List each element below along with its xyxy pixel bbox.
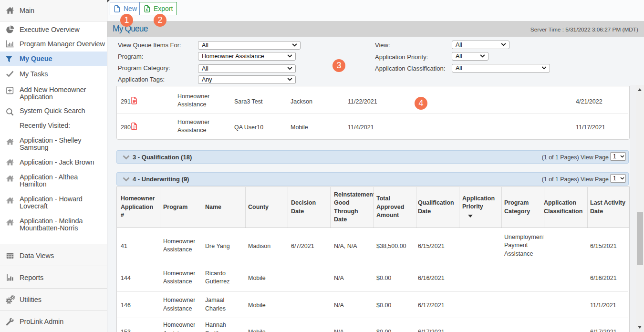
svg-text:x: x [145,7,148,12]
